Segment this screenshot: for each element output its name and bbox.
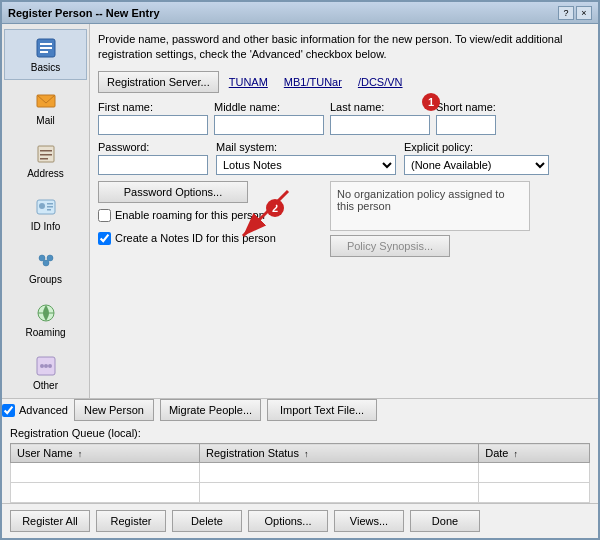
table-row — [11, 463, 590, 483]
migrate-people-button[interactable]: Migrate People... — [160, 399, 261, 421]
mail-system-group: Mail system: Lotus Notes iNotes None — [216, 141, 396, 175]
last-name-input[interactable] — [330, 115, 430, 135]
short-name-label: Short name: — [436, 101, 496, 113]
queue-table: User Name ↑ Registration Status ↑ Date ↑ — [10, 443, 590, 503]
first-name-input[interactable] — [98, 115, 208, 135]
sidebar-address-label: Address — [27, 168, 64, 179]
svg-rect-8 — [40, 158, 48, 160]
basics-icon — [34, 36, 58, 60]
svg-rect-12 — [47, 206, 53, 208]
policy-synopsis-button[interactable]: Policy Synopsis... — [330, 235, 450, 257]
password-input[interactable] — [98, 155, 208, 175]
svg-rect-13 — [47, 209, 51, 211]
enable-roaming-label: Enable roaming for this person — [115, 209, 265, 221]
middle-name-input[interactable] — [214, 115, 324, 135]
sidebar: Basics Mail — [2, 24, 90, 398]
window-title: Register Person -- New Entry — [8, 7, 160, 19]
first-name-label: First name: — [98, 101, 208, 113]
sidebar-item-roaming[interactable]: Roaming — [4, 294, 87, 345]
explicit-policy-select[interactable]: (None Available) — [404, 155, 549, 175]
sidebar-item-groups[interactable]: Groups — [4, 241, 87, 292]
table-row — [11, 483, 590, 503]
tab-dcs[interactable]: /DCS/VN — [352, 74, 409, 90]
id-icon — [34, 195, 58, 219]
sidebar-basics-label: Basics — [31, 62, 60, 73]
svg-rect-3 — [40, 51, 48, 53]
explicit-policy-label: Explicit policy: — [404, 141, 473, 153]
advanced-checkbox[interactable] — [2, 404, 15, 417]
queue-col-date[interactable]: Date ↑ — [479, 444, 590, 463]
sidebar-id-info-label: ID Info — [31, 221, 60, 232]
policy-text: No organization policy assigned to this … — [330, 181, 530, 231]
advanced-toolbar: Advanced New Person Migrate People... Im… — [2, 399, 598, 421]
title-bar: Register Person -- New Entry ? × — [2, 2, 598, 24]
svg-point-16 — [43, 260, 49, 266]
last-name-label: Last name: — [330, 101, 430, 113]
done-button[interactable]: Done — [410, 510, 480, 532]
sidebar-mail-label: Mail — [36, 115, 54, 126]
advanced-checkbox-group: Advanced — [2, 404, 68, 417]
create-notes-id-checkbox[interactable] — [98, 232, 111, 245]
mail-icon — [34, 89, 58, 113]
explicit-policy-group: Explicit policy: (None Available) — [404, 141, 549, 175]
mail-system-select[interactable]: Lotus Notes iNotes None — [216, 155, 396, 175]
options-policy-row: Password Options... 2 Enable roaming for… — [98, 181, 590, 257]
mail-system-label: Mail system: — [216, 141, 277, 153]
svg-point-21 — [44, 364, 48, 368]
svg-rect-6 — [40, 150, 52, 152]
groups-icon — [34, 248, 58, 272]
new-person-button[interactable]: New Person — [74, 399, 154, 421]
svg-point-22 — [48, 364, 52, 368]
svg-point-14 — [39, 255, 45, 261]
svg-point-10 — [39, 203, 45, 209]
password-options-button[interactable]: Password Options... — [98, 181, 248, 203]
delete-button[interactable]: Delete — [172, 510, 242, 532]
help-button[interactable]: ? — [558, 6, 574, 20]
tab-mb1[interactable]: MB1/TUNar — [278, 74, 348, 90]
bottom-buttons-bar: Register All Register Delete Options... … — [2, 503, 598, 538]
password-label: Password: — [98, 141, 149, 153]
right-panel: Provide name, password and other basic i… — [90, 24, 598, 398]
create-notes-id-row: Create a Notes ID for this person — [98, 232, 318, 245]
bottom-section: Advanced New Person Migrate People... Im… — [2, 398, 598, 538]
sidebar-item-other[interactable]: Other — [4, 347, 87, 398]
import-text-file-button[interactable]: Import Text File... — [267, 399, 377, 421]
short-name-input[interactable] — [436, 115, 496, 135]
middle-name-label: Middle name: — [214, 101, 324, 113]
roaming-icon — [34, 301, 58, 325]
sidebar-other-label: Other — [33, 380, 58, 391]
sidebar-item-id-info[interactable]: ID Info — [4, 188, 87, 239]
password-group: Password: — [98, 141, 208, 175]
short-name-group: Short name: — [436, 101, 496, 135]
last-name-group: Last name: 1 — [330, 101, 430, 135]
enable-roaming-checkbox[interactable] — [98, 209, 111, 222]
sidebar-roaming-label: Roaming — [25, 327, 65, 338]
advanced-label: Advanced — [19, 404, 68, 416]
queue-col-status[interactable]: Registration Status ↑ — [200, 444, 479, 463]
options-button[interactable]: Options... — [248, 510, 328, 532]
form-area: First name: Middle name: Last name: 1 — [98, 101, 590, 257]
queue-label: Registration Queue (local): — [10, 427, 590, 439]
policy-area-container: No organization policy assigned to this … — [330, 181, 590, 257]
queue-col-username[interactable]: User Name ↑ — [11, 444, 200, 463]
register-button[interactable]: Register — [96, 510, 166, 532]
registration-server-button[interactable]: Registration Server... — [98, 71, 219, 93]
sidebar-item-address[interactable]: Address — [4, 135, 87, 186]
close-button[interactable]: × — [576, 6, 592, 20]
svg-rect-2 — [40, 47, 52, 49]
main-window: Register Person -- New Entry ? × Basics — [0, 0, 600, 540]
tabs-row: Registration Server... TUNAM MB1/TUNar /… — [98, 71, 590, 93]
create-notes-id-label: Create a Notes ID for this person — [115, 232, 276, 244]
middle-name-group: Middle name: — [214, 101, 324, 135]
tab-tunam[interactable]: TUNAM — [223, 74, 274, 90]
svg-point-20 — [40, 364, 44, 368]
annotation-2: 2 — [266, 199, 284, 217]
svg-point-15 — [47, 255, 53, 261]
sidebar-item-mail[interactable]: Mail — [4, 82, 87, 133]
sidebar-item-basics[interactable]: Basics — [4, 29, 87, 80]
other-icon — [34, 354, 58, 378]
register-all-button[interactable]: Register All — [10, 510, 90, 532]
views-button[interactable]: Views... — [334, 510, 404, 532]
name-row: First name: Middle name: Last name: 1 — [98, 101, 590, 135]
sidebar-groups-label: Groups — [29, 274, 62, 285]
